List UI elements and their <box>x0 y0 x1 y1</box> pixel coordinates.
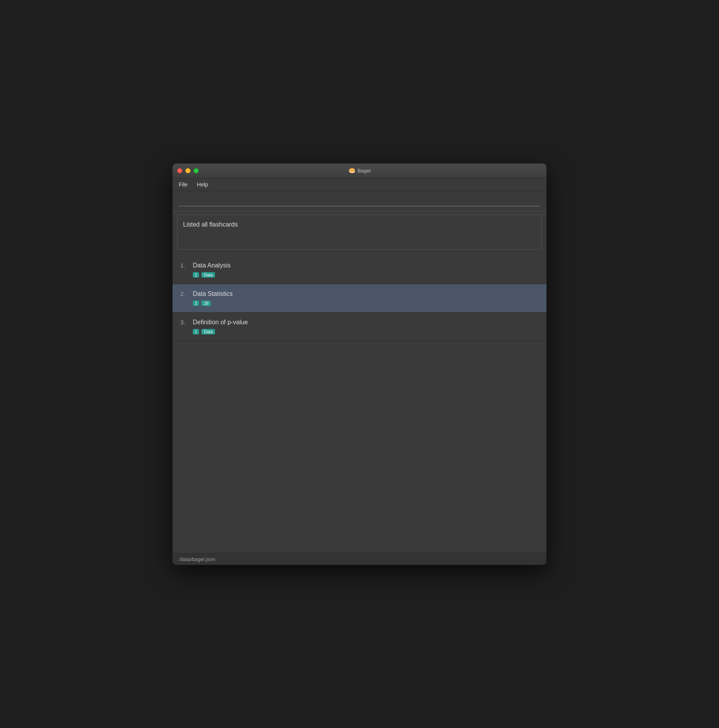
flashcard-number-2: 2. <box>180 290 190 297</box>
minimize-button[interactable] <box>185 168 190 173</box>
flashcard-list: 1. Data Analysis 1 Data 2. Data Statisti… <box>173 256 546 341</box>
window-title: 🥯 Bagel <box>349 167 370 174</box>
traffic-lights <box>177 168 199 173</box>
flashcard-meta-3: 1 Data <box>193 329 539 334</box>
status-text: ./data/bagel.json <box>178 556 215 562</box>
flashcard-badge-label-2: 29 <box>201 301 211 306</box>
menu-bar: File Help <box>173 178 546 191</box>
flashcard-title-row-3: 3. Definition of p-value <box>180 319 539 326</box>
maximize-button[interactable] <box>194 168 199 173</box>
flashcard-title-row-1: 1. Data Analysis <box>180 262 539 269</box>
search-area <box>173 191 546 211</box>
flashcard-title-row-2: 2. Data Statistics <box>180 290 539 297</box>
result-box: Listed all flashcards <box>177 215 542 250</box>
title-icon: 🥯 <box>349 167 355 174</box>
result-text: Listed all flashcards <box>183 221 238 228</box>
flashcard-title-1: Data Analysis <box>193 262 231 269</box>
spacer <box>173 341 546 553</box>
menu-file[interactable]: File <box>177 181 189 188</box>
flashcard-number-1: 1. <box>180 262 190 269</box>
flashcard-badge-count-2: 2 <box>193 301 199 306</box>
app-window: 🥯 Bagel File Help Listed all flashcards … <box>173 164 546 565</box>
flashcard-badge-label-1: Data <box>201 272 215 278</box>
flashcard-meta-2: 2 29 <box>193 301 539 306</box>
flashcard-number-3: 3. <box>180 319 190 325</box>
flashcard-item-3[interactable]: 3. Definition of p-value 1 Data <box>173 313 546 341</box>
flashcard-badge-count-3: 1 <box>193 329 199 334</box>
flashcard-item-1[interactable]: 1. Data Analysis 1 Data <box>173 256 546 284</box>
flashcard-badge-label-3: Data <box>201 329 215 334</box>
menu-help[interactable]: Help <box>196 181 210 188</box>
status-bar: ./data/bagel.json <box>173 553 546 565</box>
flashcard-meta-1: 1 Data <box>193 272 539 278</box>
window-body: Listed all flashcards 1. Data Analysis 1… <box>173 191 546 565</box>
flashcard-title-3: Definition of p-value <box>193 319 248 326</box>
close-button[interactable] <box>177 168 182 173</box>
flashcard-item-2[interactable]: 2. Data Statistics 2 29 <box>173 284 546 313</box>
search-input[interactable] <box>179 196 540 206</box>
title-text: Bagel <box>358 168 370 174</box>
title-bar: 🥯 Bagel <box>173 164 546 178</box>
flashcard-badge-count-1: 1 <box>193 272 199 278</box>
flashcard-title-2: Data Statistics <box>193 290 233 297</box>
